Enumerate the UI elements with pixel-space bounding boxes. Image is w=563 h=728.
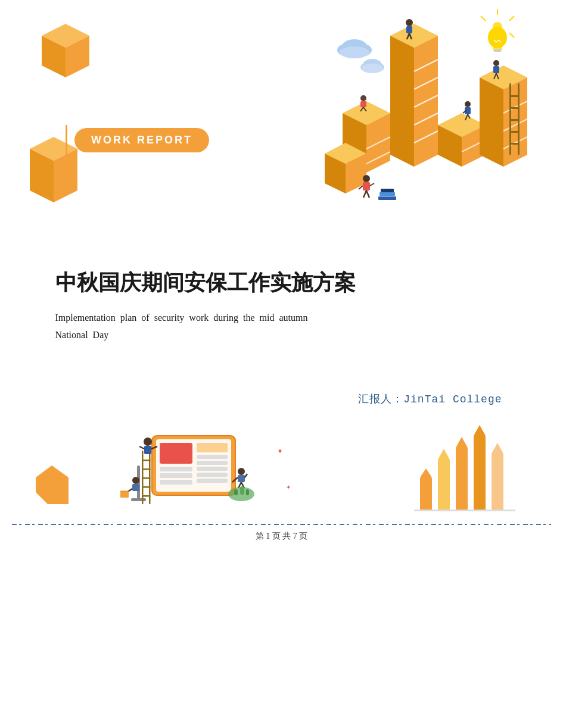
svg-rect-133 [456,448,468,510]
right-illo-svg [259,6,545,244]
svg-marker-132 [438,449,450,460]
svg-marker-26 [390,36,414,167]
svg-rect-135 [474,436,486,510]
svg-point-110 [144,438,152,446]
svg-rect-75 [378,196,396,200]
svg-rect-95 [160,473,192,478]
svg-rect-98 [197,455,228,459]
svg-marker-138 [492,443,503,454]
svg-rect-57 [509,143,520,145]
svg-line-8 [509,16,514,21]
reporter-section: 汇报人：JinTai College [55,392,508,406]
svg-line-83 [370,183,374,186]
svg-rect-128 [246,489,249,495]
svg-rect-55 [509,119,520,121]
svg-line-10 [481,16,486,21]
svg-rect-101 [197,473,228,477]
svg-line-112 [139,446,144,449]
svg-rect-56 [509,131,520,133]
svg-rect-93 [160,443,192,464]
page-number: 第 1 页 共 7 页 [256,531,308,542]
svg-rect-100 [197,467,228,471]
svg-point-11 [488,27,507,48]
svg-rect-137 [492,454,503,510]
svg-rect-129 [420,477,432,510]
bottom-center-illustration: ✦ ✦ ✦ [119,418,346,519]
svg-line-81 [366,190,369,198]
svg-point-120 [132,477,139,484]
svg-point-66 [465,101,471,107]
svg-rect-79 [363,182,370,190]
svg-point-71 [493,60,499,66]
svg-rect-108 [142,486,151,488]
dashed-separator-line [12,524,551,525]
svg-marker-43 [480,77,503,167]
svg-rect-106 [142,468,151,470]
svg-rect-53 [509,95,520,97]
svg-point-58 [406,19,413,26]
left-blocks-svg [30,18,125,226]
svg-rect-90 [131,498,146,501]
page-container: WORK REPORT [0,0,563,728]
svg-rect-63 [360,101,366,107]
svg-marker-130 [420,468,432,477]
work-report-banner: WORK REPORT [66,125,209,155]
svg-point-62 [360,95,366,101]
svg-text:✦: ✦ [277,447,283,455]
svg-rect-123 [120,491,129,498]
svg-line-80 [363,190,366,198]
svg-rect-102 [197,479,228,483]
svg-rect-54 [509,107,520,109]
banner-line [66,125,67,155]
main-content: 中秋国庆期间安保工作实施方案 Implementation plan of se… [55,256,508,356]
svg-marker-136 [474,425,486,436]
right-illustration [259,6,545,244]
svg-rect-121 [132,484,139,491]
top-illustration: WORK REPORT [0,0,563,250]
bottom-illustration: ✦ ✦ ✦ [0,418,563,549]
svg-rect-99 [197,461,228,465]
svg-point-78 [363,175,370,182]
svg-rect-77 [381,189,394,192]
svg-rect-107 [142,477,151,479]
banner-pill: WORK REPORT [74,128,209,152]
svg-rect-105 [142,460,151,461]
svg-rect-115 [238,475,245,482]
reporter-text: 汇报人：JinTai College [358,392,502,406]
english-subtitle-line1: Implementation plan of security work dur… [55,310,508,344]
svg-line-9 [509,33,514,38]
svg-rect-111 [144,446,151,454]
left-deco [36,465,69,501]
svg-text:✦: ✦ [286,484,291,490]
svg-marker-44 [503,77,527,167]
svg-rect-72 [493,66,499,73]
svg-point-24 [362,64,383,73]
svg-rect-109 [142,495,151,497]
svg-rect-94 [160,467,192,471]
svg-rect-96 [160,480,192,485]
svg-rect-76 [380,192,395,196]
svg-marker-134 [456,437,468,448]
svg-rect-59 [406,26,412,33]
svg-rect-127 [240,486,244,495]
bottom-right-illustration [408,424,527,519]
svg-rect-97 [197,443,228,452]
chinese-title: 中秋国庆期间安保工作实施方案 [55,268,508,298]
left-decorative-blocks [30,18,125,226]
svg-point-20 [340,46,369,58]
svg-point-114 [238,468,245,475]
svg-rect-126 [234,489,238,495]
svg-rect-13 [494,49,501,52]
svg-rect-131 [438,460,450,510]
svg-rect-139 [414,510,515,511]
svg-line-117 [245,474,247,477]
